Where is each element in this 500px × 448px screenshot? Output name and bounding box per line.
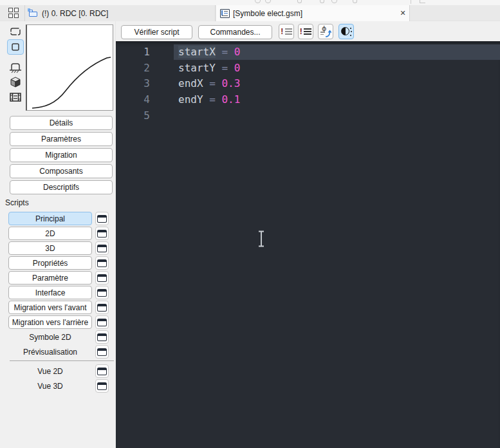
scripts-section-label: Scripts: [5, 198, 29, 207]
open-in-window-button[interactable]: [95, 301, 109, 314]
script-row: 3D: [8, 241, 109, 255]
tab-overview-icon[interactable]: [8, 8, 19, 19]
script-label-symbole 2d[interactable]: Symbole 2D: [8, 330, 92, 344]
clipped-toolbar-fragment-icon: [411, 0, 411, 4]
check-script-soft-button[interactable]: !: [279, 24, 294, 39]
script-row: Migration vers l'arrière: [8, 315, 109, 329]
code-token: 0: [234, 46, 241, 58]
code-token: endY: [178, 93, 203, 106]
open-in-window-button[interactable]: [95, 364, 109, 378]
code-text: endX = 0.3: [174, 76, 500, 92]
close-tab-icon[interactable]: ✕: [398, 8, 408, 18]
open-in-window-button[interactable]: [95, 286, 109, 299]
open-in-window-button[interactable]: [95, 241, 109, 255]
script-button-migration vers l'avant[interactable]: Migration vers l'avant: [8, 301, 92, 314]
script-button-interface[interactable]: Interface: [8, 286, 92, 299]
code-text: [174, 107, 500, 124]
gdl-master-sidebar: DétailsParamètresMigrationComposantsDesc…: [0, 21, 116, 448]
clipped-toolbar-fragment-icon: [297, 0, 302, 3]
plan-2d-view-icon[interactable]: [7, 39, 24, 55]
tab-label: [Symbole elect.gsm]: [233, 9, 302, 18]
animation-view-icon[interactable]: [7, 90, 24, 104]
script-button-propriétés[interactable]: Propriétés: [8, 256, 92, 270]
code-token: =: [216, 46, 234, 58]
verify-script-button[interactable]: Vérifier script: [121, 25, 192, 39]
symbol-2d-view-icon[interactable]: [7, 24, 24, 39]
window-icon: [97, 333, 107, 341]
sidebar-button-descriptifs[interactable]: Descriptifs: [10, 180, 113, 194]
script-button-principal[interactable]: Principal: [8, 212, 92, 225]
script-label-vue 2d[interactable]: Vue 2D: [8, 364, 92, 378]
commands-button[interactable]: Commandes...: [198, 25, 272, 39]
check-script-soft-icon: !: [281, 28, 292, 35]
open-in-window-button[interactable]: [95, 345, 109, 359]
dark-theme-toggle-button[interactable]: [338, 24, 354, 39]
clipped-toolbar-strip: [0, 0, 500, 5]
tab-floor-plan[interactable]: (!) 0. RDC [0. RDC]: [24, 5, 216, 21]
code-token: 0: [234, 62, 241, 74]
script-button-paramètre[interactable]: Paramètre: [8, 271, 92, 285]
window-icon: [97, 289, 107, 297]
model-3d-view-icon[interactable]: [7, 75, 24, 89]
sidebar-button-détails[interactable]: Détails: [10, 116, 113, 130]
line-number: 2: [116, 62, 174, 74]
view-rows: Vue 2DVue 3D: [8, 364, 109, 394]
clipped-toolbar-fragment-icon: [255, 0, 261, 3]
code-token: 0.3: [221, 77, 240, 89]
window-icon: [97, 319, 107, 326]
clipped-toolbar-fragment-icon: [265, 0, 271, 3]
script-row: Propriétés: [8, 256, 109, 270]
script-button-2d[interactable]: 2D: [8, 227, 92, 240]
open-in-window-button[interactable]: [95, 227, 109, 240]
open-in-window-button[interactable]: [95, 256, 109, 270]
script-row: Migration vers l'avant: [8, 301, 109, 314]
check-script-strict-button[interactable]: !: [298, 24, 313, 39]
code-line[interactable]: 2startY = 0: [116, 60, 500, 76]
code-text: startY = 0: [174, 60, 500, 76]
open-in-window-button[interactable]: [95, 271, 109, 285]
text-cursor-pointer: [257, 230, 265, 247]
script-row: Prévisualisation: [8, 345, 109, 359]
script-row: Vue 2D: [8, 364, 109, 378]
script-label-prévisualisation[interactable]: Prévisualisation: [8, 345, 92, 359]
section-view-icon[interactable]: [7, 61, 24, 75]
code-line[interactable]: 3endX = 0.3: [116, 76, 500, 92]
script-label-vue 3d[interactable]: Vue 3D: [8, 379, 92, 393]
open-in-window-button[interactable]: [95, 330, 109, 344]
script-row: Principal: [8, 212, 109, 225]
clipped-toolbar-fragment-icon: [320, 0, 324, 3]
line-number: 3: [116, 77, 174, 89]
window-icon: [97, 304, 107, 312]
project-folder-icon: [28, 9, 39, 18]
tab-gdl-object[interactable]: [Symbole elect.gsm] ✕: [216, 5, 410, 21]
script-row: Symbole 2D: [8, 330, 109, 344]
window-icon: [97, 368, 107, 375]
open-in-window-button[interactable]: [95, 315, 109, 329]
sidebar-button-paramètres[interactable]: Paramètres: [10, 132, 113, 146]
sidebar-button-composants[interactable]: Composants: [10, 164, 113, 178]
script-button-3d[interactable]: 3D: [8, 241, 92, 255]
window-icon: [97, 382, 107, 390]
sidebar-divider: [10, 360, 114, 361]
insert-parameter-button[interactable]: ϕ: [318, 24, 333, 39]
window-icon: [97, 215, 107, 223]
object-preview-panel[interactable]: [26, 24, 113, 111]
window-icon: [97, 348, 107, 356]
script-row: Interface: [8, 286, 109, 299]
script-button-migration vers l'arrière[interactable]: Migration vers l'arrière: [8, 315, 92, 329]
code-line[interactable]: 4endY = 0.1: [116, 91, 500, 107]
code-token: =: [203, 77, 222, 89]
line-number: 4: [116, 93, 174, 106]
sidebar-main-buttons: DétailsParamètresMigrationComposantsDesc…: [10, 116, 113, 196]
script-rows: Principal2D3DPropriétésParamètreInterfac…: [8, 212, 109, 360]
sidebar-button-migration[interactable]: Migration: [10, 148, 113, 162]
check-script-strict-icon: !: [300, 28, 312, 35]
window-icon: [97, 274, 107, 282]
open-in-window-button[interactable]: [95, 212, 109, 225]
code-line[interactable]: 5: [116, 107, 500, 124]
code-token: 0.1: [221, 93, 240, 106]
code-line[interactable]: 1startX = 0: [116, 44, 500, 61]
code-area[interactable]: 1startX = 02startY = 03endX = 0.34endY =…: [116, 41, 500, 448]
open-in-window-button[interactable]: [95, 379, 109, 393]
view-icon-strip: [7, 24, 24, 105]
